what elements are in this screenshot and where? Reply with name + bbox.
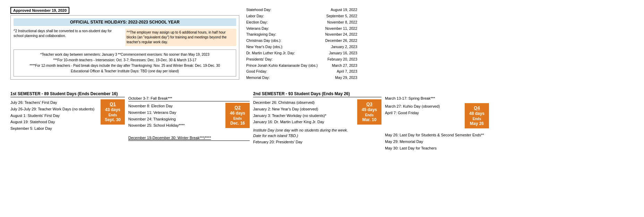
holiday-date: December 26, 2022 — [325, 38, 357, 44]
list-item: July 26-July 29: Teacher Work Days (no s… — [10, 106, 97, 112]
q4-badge: Q4 48 days Ends May 26 — [465, 103, 489, 128]
q2-days: 46 days — [228, 111, 247, 116]
q1-badge-area: Q1 43 days Ends Sept. 30 — [101, 99, 125, 125]
holiday-name: Thanksgiving Day: — [246, 31, 276, 38]
list-item: August 1: Students' First Day — [10, 112, 97, 119]
holiday-row: Memorial Day:May 29, 2023 — [246, 75, 357, 81]
two-col-notes: ^2 Instructional days shall be converted… — [14, 29, 236, 46]
q3-days: 45 days — [360, 107, 379, 113]
sem1-events-right: November 8: Election DayNovember 11: Vet… — [128, 103, 222, 129]
sem2-title: 2nd SEMESTER - 93 Student Days (Ends May… — [253, 91, 381, 97]
q2-badge-area: Q2 46 days Ends Dec. 16 — [225, 103, 250, 128]
list-item: January 2: New Year's Day (observed) — [253, 106, 354, 112]
top-left: Approved November 19, 2020 OFFICIAL STAT… — [10, 7, 239, 81]
footnote-4: Educational Officer & Teacher Institute … — [17, 69, 232, 74]
right-col-events-area: March 27: Kuhio Day (observed)April 7: G… — [385, 103, 489, 128]
holiday-date: May 29, 2023 — [335, 75, 357, 81]
left-note: ^2 Instructional days shall be converted… — [14, 29, 122, 46]
list-item: April 7: Good Friday — [385, 110, 461, 116]
q2-badge: Q2 46 days Ends Dec. 16 — [225, 103, 250, 128]
holiday-row: Good Friday:April 7, 2023 — [246, 69, 357, 75]
q3-badge-area: Q3 45 days Ends Mar. 10 — [357, 99, 381, 125]
footnote-1: *Teacher work day between semesters: Jan… — [17, 52, 232, 57]
sem1-col: 1st SEMESTER - 89 Student Days (Ends Dec… — [10, 91, 128, 151]
list-item: November 25: School Holiday**** — [128, 122, 222, 129]
holiday-row: Christmas Day (obs.):December 26, 2022 — [246, 38, 357, 44]
q1-ends-label: Ends — [103, 113, 122, 117]
holiday-name: Memorial Day: — [246, 75, 270, 81]
holiday-row: Thanksgiving Day:November 24, 2022 — [246, 31, 357, 38]
list-item: May 30: Last Day for Teachers — [385, 145, 489, 152]
q4-badge-area: Q4 48 days Ends May 26 — [465, 103, 489, 128]
q4-label: Q4 — [467, 105, 486, 111]
final-events: May 26: Last Day for Students & Second S… — [385, 132, 489, 151]
holiday-name: Veterans Day: — [246, 26, 269, 32]
right-note: ^^The employer may assign up to 6 additi… — [125, 29, 236, 46]
sem2-col: 2nd SEMESTER - 93 Student Days (Ends May… — [253, 91, 385, 151]
holiday-date: September 5, 2022 — [326, 13, 357, 19]
bottom-section: 1st SEMESTER - 89 Student Days (Ends Dec… — [10, 91, 634, 151]
holiday-row: Veterans Day:November 11, 2022 — [246, 26, 357, 32]
holiday-name: Christmas Day (obs.): — [246, 38, 282, 44]
q1-badge: Q1 43 days Ends Sept. 30 — [101, 99, 125, 125]
q4-ends-label: Ends — [467, 117, 486, 121]
holiday-name: Labor Day: — [246, 13, 264, 19]
footnote-2: ***For 10-month teachers - Intersession:… — [17, 57, 232, 63]
holiday-name: Dr. Martin Luther King Jr. Day: — [246, 50, 295, 56]
q2-ends-date: Dec. 16 — [228, 121, 247, 126]
holiday-name: Statehood Day: — [246, 7, 271, 13]
holiday-date: August 19, 2022 — [331, 7, 357, 13]
holiday-name: Election Day: — [246, 19, 268, 26]
fall-break: October 3-7: Fall Break*** — [128, 96, 250, 101]
holiday-name: Prince Jonah Kuhio Kalanianaole Day (obs… — [246, 63, 318, 69]
q3-ends-date: Mar. 10 — [360, 117, 379, 123]
holiday-date: March 27, 2023 — [332, 63, 357, 69]
list-item: September 5: Labor Day — [10, 125, 97, 132]
winter-break: December 19-December 30: Winter Break***… — [128, 136, 250, 141]
holiday-row: Presidents' Day:February 20, 2023 — [246, 56, 357, 63]
q4-days: 48 days — [467, 111, 486, 117]
list-item: May 29: Memorial Day — [385, 138, 489, 145]
right-col: March 13-17: Spring Break*** March 27: K… — [385, 91, 489, 151]
holiday-date: January 2, 2023 — [331, 44, 357, 50]
right-col-events: March 27: Kuhio Day (observed)April 7: G… — [385, 103, 461, 116]
footnotes-box: *Teacher work day between semesters: Jan… — [14, 49, 236, 76]
q1-ends-date: Sept. 30 — [103, 117, 122, 123]
sem2-events-left: December 26: Christmas (observed)January… — [253, 99, 354, 145]
q3-ends-label: Ends — [360, 113, 379, 117]
holiday-date: November 24, 2022 — [325, 31, 357, 38]
holiday-date: November 11, 2022 — [325, 26, 357, 32]
list-item: November 11: Veterans Day — [128, 109, 222, 116]
holiday-row: Dr. Martin Luther King Jr. Day:January 1… — [246, 50, 357, 56]
sem1-right-events-area: November 8: Election DayNovember 11: Vet… — [128, 103, 250, 129]
holiday-date: November 8, 2022 — [327, 19, 357, 26]
sem1-events-area: July 26: Teachers' First DayJuly 26-July… — [10, 99, 125, 132]
q2-ends-label: Ends — [228, 116, 247, 121]
q3-label: Q3 — [360, 101, 379, 107]
page: Approved November 19, 2020 OFFICIAL STAT… — [0, 0, 644, 158]
holidays-list: Statehood Day:August 19, 2022Labor Day:S… — [246, 7, 357, 81]
holiday-name: Good Friday: — [246, 69, 267, 75]
list-item: May 26: Last Day for Students & Second S… — [385, 132, 489, 138]
list-item: February 20: Presidents' Day — [253, 139, 354, 145]
top-section: Approved November 19, 2020 OFFICIAL STAT… — [10, 7, 634, 81]
holiday-date: January 16, 2023 — [329, 50, 357, 56]
sem1-right-col: October 3-7: Fall Break*** November 8: E… — [128, 91, 253, 151]
list-item: November 24: Thanksgiving — [128, 116, 222, 123]
holidays-title: OFFICIAL STATE HOLIDAYS: 2022-2023 SCHOO… — [14, 18, 236, 26]
holiday-row: New Year's Day (obs.):January 2, 2023 — [246, 44, 357, 50]
list-item: January 3: Teacher Workday (no students)… — [253, 112, 354, 119]
list-item: July 26: Teachers' First Day — [10, 99, 97, 106]
sem2-events-area: December 26: Christmas (observed)January… — [253, 99, 381, 145]
list-item: January 16: Dr. Martin Luther King Jr. D… — [253, 119, 354, 125]
holiday-name: New Year's Day (obs.): — [246, 44, 283, 50]
q2-label: Q2 — [228, 105, 247, 111]
italic-note: Institute Day (one day with no students … — [253, 127, 354, 139]
footnote-3: ****For 12-month teachers - Paid break d… — [17, 63, 232, 69]
sem1-title: 1st SEMESTER - 89 Student Days (Ends Dec… — [10, 91, 125, 97]
list-item: August 19: Statehood Day — [10, 119, 97, 125]
approved-label: Approved November 19, 2020 — [10, 7, 69, 14]
top-left-content: OFFICIAL STATE HOLIDAYS: 2022-2023 SCHOO… — [10, 15, 239, 80]
holiday-name: Presidents' Day: — [246, 56, 273, 63]
holiday-row: Labor Day:September 5, 2022 — [246, 13, 357, 19]
